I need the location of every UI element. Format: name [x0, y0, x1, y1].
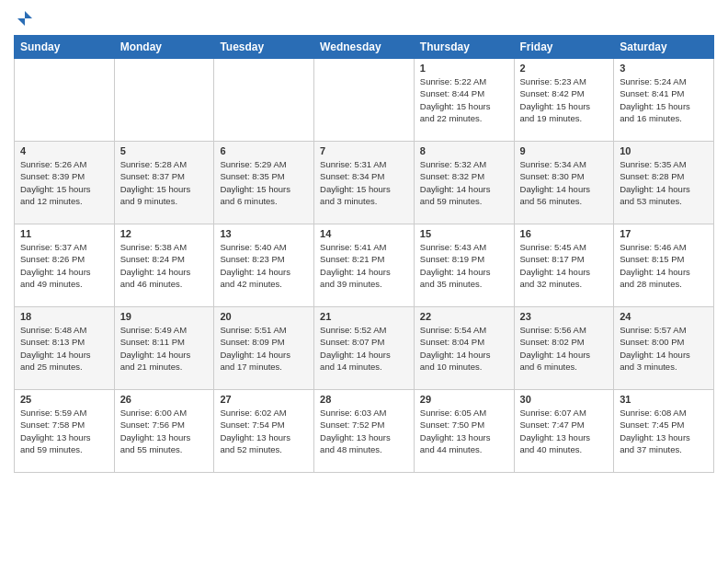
day-number: 5: [120, 145, 209, 156]
calendar-cell-w0-d1: [114, 59, 214, 142]
calendar-week-0: 1Sunrise: 5:22 AM Sunset: 8:44 PM Daylig…: [15, 59, 714, 142]
calendar-cell-w1-d4: 8Sunrise: 5:32 AM Sunset: 8:32 PM Daylig…: [414, 142, 514, 224]
day-info: Sunrise: 5:57 AM Sunset: 8:00 PM Dayligh…: [620, 324, 708, 373]
day-number: 25: [20, 394, 108, 405]
day-info: Sunrise: 5:35 AM Sunset: 8:28 PM Dayligh…: [620, 158, 708, 207]
calendar-cell-w1-d3: 7Sunrise: 5:31 AM Sunset: 8:34 PM Daylig…: [314, 142, 415, 224]
calendar-cell-w3-d1: 19Sunrise: 5:49 AM Sunset: 8:11 PM Dayli…: [114, 307, 214, 390]
calendar-cell-w1-d1: 5Sunrise: 5:28 AM Sunset: 8:37 PM Daylig…: [114, 142, 214, 224]
day-number: 10: [620, 145, 708, 156]
day-number: 21: [320, 311, 408, 322]
header-day-saturday: Saturday: [614, 36, 714, 59]
calendar-cell-w4-d2: 27Sunrise: 6:02 AM Sunset: 7:54 PM Dayli…: [214, 390, 314, 473]
day-info: Sunrise: 6:00 AM Sunset: 7:56 PM Dayligh…: [120, 407, 209, 455]
day-number: 19: [120, 311, 209, 322]
calendar-cell-w4-d1: 26Sunrise: 6:00 AM Sunset: 7:56 PM Dayli…: [114, 390, 214, 473]
calendar-cell-w0-d6: 3Sunrise: 5:24 AM Sunset: 8:41 PM Daylig…: [614, 59, 714, 142]
day-number: 31: [620, 394, 708, 405]
day-info: Sunrise: 5:32 AM Sunset: 8:32 PM Dayligh…: [420, 158, 508, 207]
day-info: Sunrise: 5:46 AM Sunset: 8:15 PM Dayligh…: [620, 241, 708, 290]
day-number: 6: [220, 145, 308, 156]
calendar-cell-w2-d2: 13Sunrise: 5:40 AM Sunset: 8:23 PM Dayli…: [214, 224, 314, 307]
day-number: 9: [520, 145, 609, 156]
calendar-cell-w3-d3: 21Sunrise: 5:52 AM Sunset: 8:07 PM Dayli…: [314, 307, 415, 390]
day-number: 15: [420, 228, 508, 239]
day-number: 20: [220, 311, 308, 322]
calendar-cell-w3-d6: 24Sunrise: 5:57 AM Sunset: 8:00 PM Dayli…: [614, 307, 714, 390]
calendar-cell-w2-d5: 16Sunrise: 5:45 AM Sunset: 8:17 PM Dayli…: [514, 224, 614, 307]
calendar-cell-w1-d5: 9Sunrise: 5:34 AM Sunset: 8:30 PM Daylig…: [514, 142, 614, 224]
header-day-monday: Monday: [114, 36, 214, 59]
header-day-tuesday: Tuesday: [214, 36, 314, 59]
logo-icon: [16, 9, 34, 28]
day-number: 27: [220, 394, 308, 405]
calendar-cell-w2-d0: 11Sunrise: 5:37 AM Sunset: 8:26 PM Dayli…: [15, 224, 115, 307]
day-number: 11: [20, 228, 108, 239]
day-number: 16: [520, 228, 609, 239]
svg-marker-0: [17, 11, 32, 26]
calendar-week-2: 11Sunrise: 5:37 AM Sunset: 8:26 PM Dayli…: [15, 224, 714, 307]
calendar-cell-w3-d4: 22Sunrise: 5:54 AM Sunset: 8:04 PM Dayli…: [414, 307, 514, 390]
day-number: 4: [20, 145, 108, 156]
day-info: Sunrise: 5:59 AM Sunset: 7:58 PM Dayligh…: [20, 407, 108, 455]
day-info: Sunrise: 5:48 AM Sunset: 8:13 PM Dayligh…: [20, 324, 108, 373]
day-info: Sunrise: 5:26 AM Sunset: 8:39 PM Dayligh…: [20, 158, 108, 207]
day-number: 3: [620, 63, 708, 74]
day-number: 28: [320, 394, 408, 405]
day-info: Sunrise: 6:05 AM Sunset: 7:50 PM Dayligh…: [420, 407, 508, 455]
calendar-cell-w3-d0: 18Sunrise: 5:48 AM Sunset: 8:13 PM Dayli…: [15, 307, 115, 390]
header-day-sunday: Sunday: [15, 36, 115, 59]
calendar-cell-w0-d0: [15, 59, 115, 142]
day-number: 14: [320, 228, 408, 239]
day-number: 1: [420, 63, 508, 74]
day-info: Sunrise: 5:22 AM Sunset: 8:44 PM Dayligh…: [420, 75, 508, 124]
day-number: 8: [420, 145, 508, 156]
day-info: Sunrise: 5:40 AM Sunset: 8:23 PM Dayligh…: [220, 241, 308, 290]
calendar-cell-w1-d0: 4Sunrise: 5:26 AM Sunset: 8:39 PM Daylig…: [15, 142, 115, 224]
calendar-cell-w3-d2: 20Sunrise: 5:51 AM Sunset: 8:09 PM Dayli…: [214, 307, 314, 390]
day-info: Sunrise: 5:37 AM Sunset: 8:26 PM Dayligh…: [20, 241, 108, 290]
calendar-header-row: SundayMondayTuesdayWednesdayThursdayFrid…: [15, 36, 714, 59]
day-info: Sunrise: 5:43 AM Sunset: 8:19 PM Dayligh…: [420, 241, 508, 290]
header-day-wednesday: Wednesday: [314, 36, 415, 59]
day-number: 23: [520, 311, 609, 322]
calendar-cell-w2-d4: 15Sunrise: 5:43 AM Sunset: 8:19 PM Dayli…: [414, 224, 514, 307]
day-info: Sunrise: 5:56 AM Sunset: 8:02 PM Dayligh…: [520, 324, 609, 373]
day-info: Sunrise: 5:34 AM Sunset: 8:30 PM Dayligh…: [520, 158, 609, 207]
day-number: 2: [520, 63, 609, 74]
calendar-cell-w1-d2: 6Sunrise: 5:29 AM Sunset: 8:35 PM Daylig…: [214, 142, 314, 224]
page-header: [14, 9, 714, 28]
day-info: Sunrise: 5:31 AM Sunset: 8:34 PM Dayligh…: [320, 158, 408, 207]
calendar-cell-w4-d3: 28Sunrise: 6:03 AM Sunset: 7:52 PM Dayli…: [314, 390, 415, 473]
header-day-thursday: Thursday: [414, 36, 514, 59]
day-info: Sunrise: 5:24 AM Sunset: 8:41 PM Dayligh…: [620, 75, 708, 124]
calendar-week-4: 25Sunrise: 5:59 AM Sunset: 7:58 PM Dayli…: [15, 390, 714, 473]
day-info: Sunrise: 5:29 AM Sunset: 8:35 PM Dayligh…: [220, 158, 308, 207]
day-info: Sunrise: 5:23 AM Sunset: 8:42 PM Dayligh…: [520, 75, 609, 124]
calendar-cell-w2-d6: 17Sunrise: 5:46 AM Sunset: 8:15 PM Dayli…: [614, 224, 714, 307]
header-day-friday: Friday: [514, 36, 614, 59]
calendar-cell-w4-d4: 29Sunrise: 6:05 AM Sunset: 7:50 PM Dayli…: [414, 390, 514, 473]
calendar-cell-w2-d1: 12Sunrise: 5:38 AM Sunset: 8:24 PM Dayli…: [114, 224, 214, 307]
day-number: 13: [220, 228, 308, 239]
calendar-cell-w4-d6: 31Sunrise: 6:08 AM Sunset: 7:45 PM Dayli…: [614, 390, 714, 473]
day-info: Sunrise: 6:08 AM Sunset: 7:45 PM Dayligh…: [620, 407, 708, 455]
calendar-cell-w0-d3: [314, 59, 415, 142]
calendar-cell-w0-d4: 1Sunrise: 5:22 AM Sunset: 8:44 PM Daylig…: [414, 59, 514, 142]
day-info: Sunrise: 5:52 AM Sunset: 8:07 PM Dayligh…: [320, 324, 408, 373]
calendar-cell-w0-d2: [214, 59, 314, 142]
day-info: Sunrise: 5:54 AM Sunset: 8:04 PM Dayligh…: [420, 324, 508, 373]
calendar-cell-w1-d6: 10Sunrise: 5:35 AM Sunset: 8:28 PM Dayli…: [614, 142, 714, 224]
day-number: 26: [120, 394, 209, 405]
calendar-cell-w4-d0: 25Sunrise: 5:59 AM Sunset: 7:58 PM Dayli…: [15, 390, 115, 473]
day-info: Sunrise: 6:07 AM Sunset: 7:47 PM Dayligh…: [520, 407, 609, 455]
calendar-week-3: 18Sunrise: 5:48 AM Sunset: 8:13 PM Dayli…: [15, 307, 714, 390]
day-info: Sunrise: 5:49 AM Sunset: 8:11 PM Dayligh…: [120, 324, 209, 373]
day-info: Sunrise: 5:45 AM Sunset: 8:17 PM Dayligh…: [520, 241, 609, 290]
calendar-cell-w3-d5: 23Sunrise: 5:56 AM Sunset: 8:02 PM Dayli…: [514, 307, 614, 390]
logo: [14, 9, 34, 28]
day-info: Sunrise: 6:02 AM Sunset: 7:54 PM Dayligh…: [220, 407, 308, 455]
day-info: Sunrise: 6:03 AM Sunset: 7:52 PM Dayligh…: [320, 407, 408, 455]
calendar-cell-w4-d5: 30Sunrise: 6:07 AM Sunset: 7:47 PM Dayli…: [514, 390, 614, 473]
day-number: 22: [420, 311, 508, 322]
